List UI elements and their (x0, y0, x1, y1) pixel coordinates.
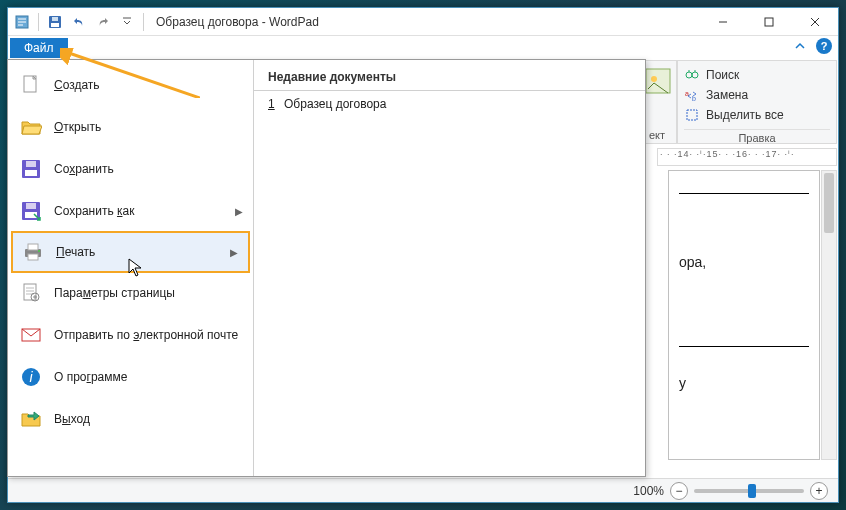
print-icon (22, 241, 44, 263)
minimize-button[interactable] (700, 8, 746, 36)
svg-point-8 (692, 72, 698, 78)
ribbon-right-controls: ? (792, 38, 832, 54)
undo-icon[interactable] (69, 12, 89, 32)
file-menu-item-label: Сохранить как (54, 204, 134, 218)
svg-rect-14 (25, 170, 37, 176)
select-all-icon (684, 107, 700, 123)
file-menu-item-label: Печать (56, 245, 95, 259)
file-tab[interactable]: Файл (10, 38, 68, 58)
editing-group-label: Правка (684, 129, 830, 144)
zoom-percent: 100% (633, 484, 664, 498)
submenu-arrow-icon: ▶ (230, 247, 238, 258)
statusbar: 100% − + (8, 478, 838, 502)
help-icon[interactable]: ? (816, 38, 832, 54)
editing-group: Поиск ab Замена Выделить все Правка (677, 60, 837, 144)
file-menu-item-label: Открыть (54, 120, 101, 134)
svg-point-6 (651, 76, 657, 82)
window-title: Образец договора - WordPad (150, 15, 700, 29)
replace-label: Замена (706, 88, 748, 102)
ribbon-tabs: Файл ? (8, 36, 838, 60)
select-all-label: Выделить все (706, 108, 784, 122)
file-menu-item[interactable]: i О программе (8, 356, 253, 398)
file-menu-item[interactable]: Параметры страницы (8, 272, 253, 314)
maximize-button[interactable] (746, 8, 792, 36)
replace-button[interactable]: ab Замена (684, 85, 830, 105)
file-menu-item-label: Создать (54, 78, 100, 92)
file-menu-item[interactable]: Сохранить как ▶ (8, 190, 253, 232)
svg-point-22 (38, 250, 40, 252)
qat-separator (38, 13, 39, 31)
open-icon (20, 116, 42, 138)
document-area[interactable]: ора, у (668, 170, 820, 460)
select-all-button[interactable]: Выделить все (684, 105, 830, 125)
window-controls (700, 8, 838, 36)
pagesetup-icon (20, 282, 42, 304)
save-icon[interactable] (45, 12, 65, 32)
file-menu: Создать Открыть Сохранить Сохранить как … (7, 59, 646, 477)
file-menu-item[interactable]: Отправить по электронной почте (8, 314, 253, 356)
exit-icon (20, 408, 42, 430)
find-button[interactable]: Поиск (684, 65, 830, 85)
file-menu-item-label: Отправить по электронной почте (54, 328, 238, 342)
doc-line (679, 193, 809, 194)
svg-rect-20 (28, 244, 38, 250)
file-menu-item-label: О программе (54, 370, 127, 384)
ruler[interactable]: · · ·14· ·ᴵ·15· · ·16· · ·17· ·ᴵ· (657, 148, 837, 166)
submenu-arrow-icon: ▶ (235, 206, 243, 217)
file-menu-item[interactable]: Сохранить (8, 148, 253, 190)
svg-text:b: b (692, 95, 696, 102)
collapse-ribbon-icon[interactable] (792, 38, 808, 54)
find-label: Поиск (706, 68, 739, 82)
file-menu-item-label: Сохранить (54, 162, 114, 176)
svg-rect-11 (687, 110, 697, 120)
file-menu-item[interactable]: Печать ▶ (11, 231, 250, 273)
svg-rect-4 (765, 18, 773, 26)
save-icon (20, 158, 42, 180)
recent-documents-header: Недавние документы (254, 60, 645, 91)
new-icon (20, 74, 42, 96)
svg-rect-3 (52, 17, 58, 21)
zoom-slider[interactable] (694, 489, 804, 493)
doc-fragment: у (679, 375, 809, 391)
svg-rect-15 (26, 161, 36, 167)
svg-rect-18 (26, 203, 36, 209)
doc-fragment: ора, (679, 254, 809, 270)
file-menu-item-label: Выход (54, 412, 90, 426)
zoom-in-button[interactable]: + (810, 482, 828, 500)
close-button[interactable] (792, 8, 838, 36)
file-menu-commands: Создать Открыть Сохранить Сохранить как … (8, 60, 254, 476)
svg-rect-2 (51, 23, 59, 27)
titlebar: Образец договора - WordPad (8, 8, 838, 36)
redo-icon[interactable] (93, 12, 113, 32)
email-icon (20, 324, 42, 346)
replace-icon: ab (684, 87, 700, 103)
qat-separator (143, 13, 144, 31)
svg-rect-23 (24, 284, 36, 300)
recent-document-item[interactable]: 1 Образец договора (254, 91, 645, 117)
file-menu-item[interactable]: Выход (8, 398, 253, 440)
vertical-scrollbar[interactable] (821, 170, 837, 460)
zoom-out-button[interactable]: − (670, 482, 688, 500)
doc-line (679, 346, 809, 347)
saveas-icon (20, 200, 42, 222)
svg-rect-21 (28, 254, 38, 260)
file-menu-item[interactable]: Открыть (8, 106, 253, 148)
file-menu-item[interactable]: Создать (8, 64, 253, 106)
file-menu-item-label: Параметры страницы (54, 286, 175, 300)
zoom-slider-thumb[interactable] (748, 484, 756, 498)
scroll-thumb[interactable] (824, 173, 834, 233)
qat-customize-icon[interactable] (117, 12, 137, 32)
binoculars-icon (684, 67, 700, 83)
quick-access-toolbar (8, 12, 150, 32)
wordpad-app-icon[interactable] (12, 12, 32, 32)
svg-point-7 (686, 72, 692, 78)
file-menu-recent: Недавние документы 1 Образец договора (254, 60, 645, 476)
svg-rect-5 (646, 69, 670, 93)
about-icon: i (20, 366, 42, 388)
